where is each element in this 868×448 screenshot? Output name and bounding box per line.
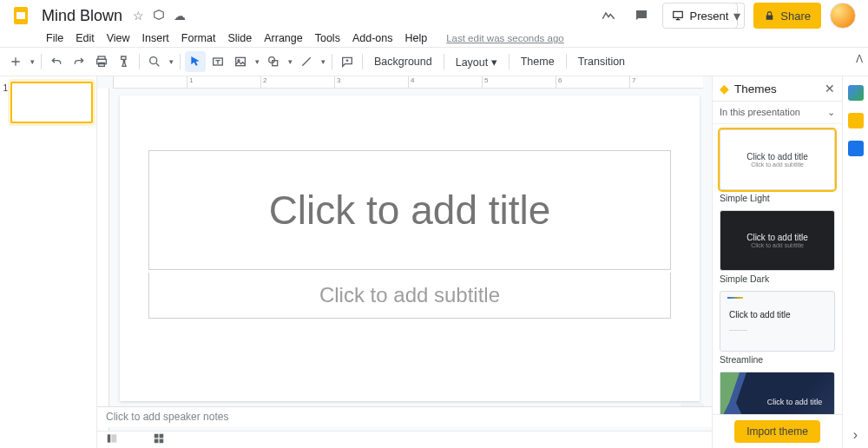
filmstrip-view-icon[interactable]: [106, 432, 118, 448]
zoom-dropdown[interactable]: ▾: [167, 57, 175, 66]
present-dropdown[interactable]: ▾: [729, 3, 745, 29]
slide-canvas[interactable]: Click to add title Click to add subtitle: [120, 96, 700, 401]
menu-addons[interactable]: Add-ons: [346, 30, 399, 46]
present-button[interactable]: Present: [662, 3, 738, 29]
themes-header: ◆ Themes ✕: [713, 76, 842, 102]
doc-title[interactable]: Mind Blown: [36, 5, 128, 27]
shape-tool[interactable]: [263, 51, 284, 72]
slide-thumbnail[interactable]: [10, 82, 93, 123]
comments-icon[interactable]: [629, 3, 654, 28]
menu-tools[interactable]: Tools: [309, 30, 346, 46]
activity-icon[interactable]: [596, 3, 621, 28]
image-tool[interactable]: [230, 51, 251, 72]
comment-tool[interactable]: [337, 51, 358, 72]
view-bar: [97, 431, 712, 448]
import-theme-bar: Import theme: [713, 414, 842, 448]
subtitle-placeholder[interactable]: Click to add subtitle: [148, 273, 670, 319]
toolbar: ▾ ▾ ▾ ▾ ▾ Background Layout ▾ Theme Tran…: [0, 47, 868, 76]
zoom-button[interactable]: [144, 51, 165, 72]
close-themes-icon[interactable]: ✕: [825, 82, 835, 96]
menu-arrange[interactable]: Arrange: [258, 30, 308, 46]
select-tool[interactable]: [185, 51, 206, 72]
import-theme-button[interactable]: Import theme: [734, 420, 820, 443]
chevron-down-icon: ⌄: [827, 107, 835, 118]
shape-dropdown[interactable]: ▾: [286, 57, 294, 66]
themes-list[interactable]: Click to add titleClick to add subtitle …: [713, 124, 842, 448]
menu-format[interactable]: Format: [175, 30, 222, 46]
menu-file[interactable]: File: [40, 30, 69, 46]
background-button[interactable]: Background: [367, 56, 439, 68]
svg-rect-14: [155, 433, 159, 438]
keep-addon-icon[interactable]: [848, 113, 864, 128]
new-slide-dropdown[interactable]: ▾: [28, 57, 36, 66]
tasks-addon-icon[interactable]: [848, 141, 864, 156]
top-right-controls: Present ▾ Share: [596, 3, 856, 29]
menu-slide[interactable]: Slide: [221, 30, 258, 46]
titlebar: Mind Blown ☆ ☁ Present ▾ Share: [0, 0, 868, 30]
svg-rect-5: [99, 63, 105, 66]
undo-button[interactable]: [46, 51, 67, 72]
grid-view-icon[interactable]: [153, 432, 165, 448]
title-placeholder-text: Click to add title: [269, 187, 551, 234]
collapse-toolbar-icon[interactable]: ᐱ: [856, 53, 863, 65]
cloud-status-icon[interactable]: ☁: [174, 9, 186, 23]
svg-point-6: [150, 57, 157, 64]
theme-simple-dark[interactable]: Click to add titleClick to add subtitle …: [720, 210, 835, 284]
last-edit-link[interactable]: Last edit was seconds ago: [440, 31, 570, 45]
menu-help[interactable]: Help: [398, 30, 433, 46]
paint-format-button[interactable]: [114, 51, 135, 72]
theme-streamline[interactable]: Click to add title——— Streamline: [720, 291, 835, 365]
svg-rect-8: [236, 57, 246, 65]
subtitle-placeholder-text: Click to add subtitle: [319, 283, 500, 307]
redo-button[interactable]: [69, 51, 89, 72]
canvas-area: 1234567 Click to add title Click to add …: [97, 76, 712, 448]
filmstrip[interactable]: 1: [0, 76, 97, 448]
themes-palette-icon: ◆: [720, 82, 729, 96]
textbox-tool[interactable]: [207, 51, 228, 72]
themes-title: Themes: [734, 82, 777, 96]
new-slide-button[interactable]: [5, 51, 26, 72]
menu-edit[interactable]: Edit: [69, 30, 101, 46]
account-avatar[interactable]: [830, 3, 856, 29]
share-button[interactable]: Share: [753, 3, 821, 29]
side-rail: ›: [842, 76, 868, 448]
image-dropdown[interactable]: ▾: [253, 57, 261, 66]
svg-rect-17: [160, 438, 164, 443]
svg-rect-1: [16, 12, 25, 19]
svg-rect-2: [674, 11, 683, 17]
speaker-notes[interactable]: Click to add speaker notes: [97, 406, 712, 427]
slides-logo-icon[interactable]: [10, 5, 31, 26]
slide-number: 1: [2, 82, 10, 123]
vertical-ruler[interactable]: [97, 89, 109, 448]
menubar: File Edit View Insert Format Slide Arran…: [0, 30, 868, 47]
themes-panel: ◆ Themes ✕ In this presentation⌄ Click t…: [712, 76, 842, 448]
line-tool[interactable]: [296, 51, 317, 72]
horizontal-ruler[interactable]: 1234567: [113, 76, 703, 89]
main-area: 1 1234567 Click to add title Click to ad…: [0, 76, 842, 448]
layout-button[interactable]: Layout ▾: [449, 56, 504, 69]
side-rail-expand-icon[interactable]: ›: [853, 427, 858, 443]
line-dropdown[interactable]: ▾: [319, 57, 327, 66]
slide-thumb-1[interactable]: 1: [0, 82, 96, 123]
move-icon[interactable]: [153, 9, 165, 23]
star-icon[interactable]: ☆: [133, 9, 144, 23]
theme-button[interactable]: Theme: [514, 56, 562, 68]
transition-button[interactable]: Transition: [571, 56, 632, 68]
themes-section-toggle[interactable]: In this presentation⌄: [713, 102, 842, 124]
menu-insert[interactable]: Insert: [136, 30, 175, 46]
print-button[interactable]: [91, 51, 112, 72]
theme-simple-light[interactable]: Click to add titleClick to add subtitle …: [720, 129, 835, 203]
svg-rect-16: [155, 438, 159, 443]
menu-view[interactable]: View: [101, 30, 136, 46]
svg-rect-15: [160, 433, 164, 438]
title-icons: ☆ ☁: [133, 9, 186, 23]
title-placeholder[interactable]: Click to add title: [148, 150, 670, 269]
svg-rect-13: [111, 434, 116, 442]
svg-rect-12: [108, 434, 111, 442]
calendar-addon-icon[interactable]: [848, 85, 864, 101]
